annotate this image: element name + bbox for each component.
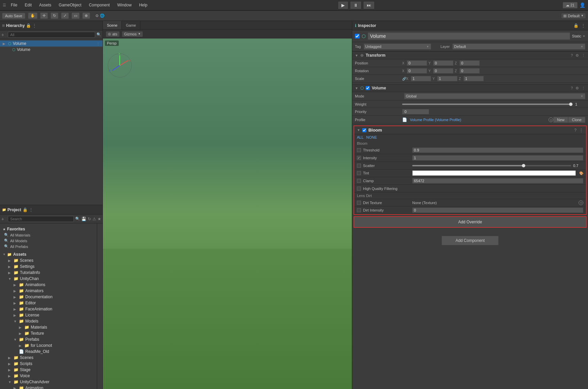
tint-checkbox[interactable] (357, 171, 361, 175)
layer-select-wrapper[interactable]: Default (452, 44, 585, 50)
help-icon[interactable]: ? (571, 53, 573, 58)
priority-input[interactable] (402, 109, 429, 114)
fav-all-materials[interactable]: 🔍 All Materials (3, 232, 94, 238)
asset-tutorial[interactable]: 📁 Tutorall... (100, 278, 103, 303)
menu-file[interactable]: File (8, 2, 20, 8)
tree-forlocomot[interactable]: ▶📁 for Locomot (16, 342, 97, 349)
warning-icon[interactable]: ⚠ (92, 217, 96, 221)
scatter-thumb[interactable] (522, 164, 525, 167)
menu-window[interactable]: Window (114, 2, 134, 8)
tree-settings[interactable]: ▶📁 Settings (5, 263, 97, 270)
hierarchy-item-volume-parent[interactable]: ▶ ⬡ Volume ⋮ (0, 40, 103, 47)
save-icon[interactable]: 💾 (81, 217, 86, 221)
fav-all-models[interactable]: 🔍 All Models (3, 238, 94, 244)
tree-documentation[interactable]: ▶📁 Documentation (11, 294, 97, 300)
scatter-checkbox[interactable] (357, 164, 361, 168)
intensity-checkbox[interactable] (357, 156, 361, 160)
step-button[interactable]: ⏭ (364, 2, 374, 9)
tree-faceanimation[interactable]: ▶📁 FaceAnimation (11, 306, 97, 312)
more-icon[interactable]: ⋮ (582, 53, 585, 58)
asset-unitychan[interactable]: 📁 UnityCh... (100, 304, 103, 329)
more-icon[interactable]: ⋮ (582, 86, 585, 90)
tree-unitychanadver[interactable]: ▼📁 UnityChanAdver (5, 379, 97, 385)
clone-button[interactable]: Clone (568, 117, 585, 123)
circle-target-icon[interactable]: ◎ (579, 200, 583, 205)
project-options[interactable]: ⋮ (29, 207, 33, 212)
tint-color-preview[interactable] (412, 170, 576, 176)
tree-scenes2[interactable]: ▶📁 Scenes (5, 355, 97, 361)
hierarchy-options[interactable]: ⋮ (32, 23, 36, 28)
tag-select-wrapper[interactable]: Untagged (364, 44, 431, 50)
tree-voice[interactable]: ▶📁 Voice (5, 373, 97, 379)
object-enabled-checkbox[interactable] (355, 34, 360, 38)
tree-unitychan[interactable]: ▼📁 UnityChan (5, 276, 97, 282)
project-search[interactable] (8, 216, 74, 222)
tree-editor[interactable]: ▶📁 Editor (11, 300, 97, 306)
tree-models[interactable]: ▼📁 Models (11, 318, 97, 324)
tree-license[interactable]: ▶📁 License (11, 312, 97, 318)
favorites-header[interactable]: ★ Favorites (3, 226, 94, 232)
hqf-checkbox[interactable] (357, 187, 361, 191)
volume-enabled-checkbox[interactable] (366, 86, 370, 90)
dirt-texture-checkbox[interactable] (357, 201, 361, 205)
scatter-track[interactable] (412, 165, 571, 166)
weight-slider[interactable] (402, 104, 572, 105)
position-x[interactable] (407, 60, 427, 66)
clamp-input[interactable] (412, 178, 583, 184)
color-picker-icon[interactable]: 🎨 (579, 171, 583, 175)
inspector-lock[interactable]: 🔒 (573, 23, 579, 28)
hierarchy-search[interactable] (8, 32, 95, 38)
static-arrow[interactable]: ▼ (583, 35, 585, 38)
rotate-tool[interactable]: ↻ (51, 12, 58, 19)
add-component-button[interactable]: Add Component (442, 236, 499, 245)
add-hierarchy-icon[interactable]: + (1, 32, 4, 37)
position-y[interactable] (433, 60, 453, 66)
new-button[interactable]: New (553, 117, 568, 123)
pause-button[interactable]: ⏸ (351, 2, 361, 9)
transform-section-header[interactable]: ▼ ⊕ Transform ? ⚙ ⋮ (352, 51, 588, 59)
menu-assets[interactable]: Assets (36, 2, 54, 8)
asset-inputsystem[interactable]: ⬡ InputSy... (100, 356, 103, 381)
tree-tutorialinfo[interactable]: ▶📁 TutorialInfo (5, 270, 97, 276)
circle-target-icon[interactable]: ◎ (549, 117, 553, 122)
gizmos-dropdown[interactable]: Gizmos ▼ (122, 31, 143, 37)
global-toggle[interactable]: 🌐 (100, 13, 105, 18)
tree-texture[interactable]: ▶📁 Texture (16, 330, 97, 336)
more-icon[interactable]: ⋮ (579, 128, 583, 133)
layer-select[interactable]: Default (452, 44, 585, 50)
help-icon[interactable]: ? (574, 128, 577, 133)
pivot-toggle[interactable]: ⊙ (95, 13, 99, 18)
bloom-header[interactable]: ▼ Bloom ? ⋮ (354, 126, 586, 134)
tree-prefabs[interactable]: ▼📁 Prefabs (11, 336, 97, 342)
menu-help[interactable]: Help (136, 2, 150, 8)
asset-unitychan-prefab[interactable]: ⬡ UnityCh... (100, 330, 103, 355)
tag-select[interactable]: Untagged (364, 44, 431, 50)
tree-animation[interactable]: ▶📁 Animation (11, 385, 97, 389)
menu-gameobject[interactable]: GameObject (56, 2, 84, 8)
volume-section-header[interactable]: ▼ ⬡ Volume ? ⚙ ⋮ (352, 84, 588, 92)
tree-animations[interactable]: ▶📁 Animations (11, 282, 97, 288)
menu-edit[interactable]: Edit (22, 2, 34, 8)
none-button[interactable]: NONE (366, 135, 377, 139)
asset-settings[interactable]: 📁 Settings (100, 252, 103, 277)
project-lock[interactable]: 🔒 (23, 207, 28, 212)
bloom-enabled-checkbox[interactable] (362, 128, 366, 132)
tree-animators[interactable]: ▶📁 Animators (11, 288, 97, 294)
scale-y[interactable] (437, 76, 457, 81)
rotation-y[interactable] (433, 68, 453, 74)
add-asset-icon[interactable]: + (1, 216, 4, 222)
star-icon[interactable]: ★ (97, 217, 101, 221)
fav-all-prefabs[interactable]: 🔍 All Prefabs (3, 244, 94, 249)
settings-icon[interactable]: ⚙ (576, 53, 579, 58)
tab-game[interactable]: Game (122, 21, 140, 29)
rotation-z[interactable] (459, 68, 480, 74)
scale-z[interactable] (464, 76, 484, 81)
item-options[interactable]: ⋮ (96, 42, 100, 46)
help-icon[interactable]: ? (571, 86, 573, 90)
refresh-icon[interactable]: ↻ (88, 217, 91, 221)
mode-select-wrapper[interactable]: Global (404, 93, 585, 99)
tree-stage[interactable]: ▶📁 Stage (5, 367, 97, 373)
tree-scripts[interactable]: ▶📁 Scripts (5, 361, 97, 367)
add-override-button[interactable]: Add Override (354, 217, 586, 227)
asset-terrain[interactable]: New Ter... (100, 382, 103, 389)
